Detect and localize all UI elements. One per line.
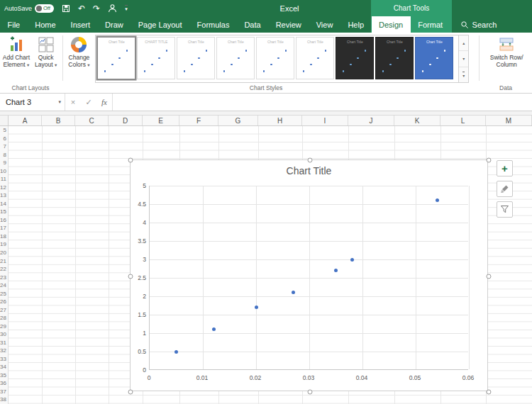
y-axis-label[interactable]: 0.5 xyxy=(131,348,146,355)
column-header-m[interactable]: M xyxy=(486,116,532,125)
tab-page-layout[interactable]: Page Layout xyxy=(131,16,189,33)
y-axis-label[interactable]: 2 xyxy=(131,293,146,300)
x-axis-label[interactable]: 0.02 xyxy=(243,374,267,381)
chart-selection-handle[interactable] xyxy=(307,158,312,163)
gallery-more-button[interactable]: ▾ xyxy=(459,67,468,82)
column-header-e[interactable]: E xyxy=(143,116,179,125)
row-header-22[interactable]: 22 xyxy=(0,265,8,274)
y-axis-label[interactable]: 3.5 xyxy=(131,237,146,245)
autosave-pill[interactable]: Off xyxy=(35,4,54,13)
row-header-19[interactable]: 19 xyxy=(0,240,8,249)
chart-style-thumbnail[interactable]: Chart Title xyxy=(177,37,215,79)
row-header-31[interactable]: 31 xyxy=(0,338,8,347)
row-header-32[interactable]: 32 xyxy=(0,347,8,355)
y-axis-label[interactable]: 4.5 xyxy=(131,201,146,208)
data-point[interactable] xyxy=(255,305,258,309)
tab-review[interactable]: Review xyxy=(268,16,309,33)
chart-selection-handle[interactable] xyxy=(487,158,492,163)
row-header-37[interactable]: 37 xyxy=(0,388,8,396)
column-header-d[interactable]: D xyxy=(109,116,143,125)
row-header-30[interactable]: 30 xyxy=(0,330,8,339)
row-header-6[interactable]: 6 xyxy=(0,135,8,143)
row-header-35[interactable]: 35 xyxy=(0,371,8,379)
gallery-scroll-up-button[interactable]: ▴ xyxy=(459,35,468,51)
row-header-18[interactable]: 18 xyxy=(0,232,8,241)
tab-draw[interactable]: Draw xyxy=(98,16,131,33)
row-header-11[interactable]: 11 xyxy=(0,175,8,184)
tab-insert[interactable]: Insert xyxy=(63,16,98,33)
enter-entry-button[interactable]: ✓ xyxy=(81,94,96,111)
row-header-26[interactable]: 26 xyxy=(0,298,8,306)
x-axis-label[interactable]: 0.03 xyxy=(297,374,321,381)
data-point[interactable] xyxy=(212,327,216,331)
chart-style-thumbnail[interactable]: Chart Title xyxy=(97,37,135,79)
save-button[interactable] xyxy=(62,4,70,13)
data-point[interactable] xyxy=(334,269,338,272)
column-header-h[interactable]: H xyxy=(258,116,302,125)
name-box-dropdown-icon[interactable]: ▾ xyxy=(58,99,61,105)
row-header-15[interactable]: 15 xyxy=(0,208,8,216)
row-header-20[interactable]: 20 xyxy=(0,249,8,257)
row-header-29[interactable]: 29 xyxy=(0,322,8,330)
chart-style-thumbnail[interactable]: Chart Title xyxy=(296,37,334,79)
tab-data[interactable]: Data xyxy=(237,16,268,33)
y-axis-label[interactable]: 1 xyxy=(131,330,146,337)
row-header-7[interactable]: 7 xyxy=(0,142,8,151)
row-header-17[interactable]: 17 xyxy=(0,224,8,232)
chart-filters-button[interactable] xyxy=(497,201,513,218)
x-axis-label[interactable]: 0.05 xyxy=(403,374,427,381)
account-button[interactable] xyxy=(108,4,117,13)
row-header-21[interactable]: 21 xyxy=(0,257,8,265)
cancel-entry-button[interactable]: × xyxy=(65,94,81,111)
column-header-i[interactable]: I xyxy=(302,116,348,125)
row-header-25[interactable]: 25 xyxy=(0,289,8,298)
row-header-12[interactable]: 12 xyxy=(0,184,8,192)
autosave-toggle[interactable]: AutoSave Off xyxy=(4,4,54,13)
chart-selection-handle[interactable] xyxy=(128,390,133,395)
column-header-l[interactable]: L xyxy=(440,116,486,125)
y-axis-label[interactable]: 1.5 xyxy=(131,311,146,318)
row-header-38[interactable]: 38 xyxy=(0,395,8,404)
tab-design[interactable]: Design xyxy=(372,16,411,33)
y-axis-label[interactable]: 3 xyxy=(131,256,146,263)
y-axis-label[interactable]: 5 xyxy=(131,182,146,189)
row-header-28[interactable]: 28 xyxy=(0,314,8,322)
chart-selection-handle[interactable] xyxy=(487,390,492,395)
column-header-a[interactable]: A xyxy=(9,116,42,125)
x-axis-label[interactable]: 0.04 xyxy=(350,374,374,381)
chart-style-thumbnail[interactable]: Chart Title xyxy=(216,37,255,79)
y-axis-label[interactable]: 0 xyxy=(131,366,146,374)
add-chart-element-button[interactable]: Add Chart Element ▾ xyxy=(1,34,31,69)
undo-button[interactable]: ↶ xyxy=(78,4,85,13)
row-header-36[interactable]: 36 xyxy=(0,379,8,388)
search-box[interactable]: Search xyxy=(460,16,497,33)
chart-selection-handle[interactable] xyxy=(128,158,133,163)
chart-selection-handle[interactable] xyxy=(128,274,133,279)
chart-styles-button[interactable] xyxy=(497,181,513,197)
chart-style-thumbnail[interactable]: Chart Title xyxy=(336,37,374,79)
tab-view[interactable]: View xyxy=(309,16,340,33)
row-header-27[interactable]: 27 xyxy=(0,305,8,314)
x-axis-label[interactable]: 0.06 xyxy=(456,374,480,381)
chart-style-thumbnail[interactable]: Chart Title xyxy=(415,37,453,79)
chart-style-thumbnail[interactable]: Chart Title xyxy=(375,37,414,79)
tab-home[interactable]: Home xyxy=(28,16,63,33)
chart-elements-button[interactable]: + xyxy=(497,160,513,176)
chart-style-thumbnail[interactable]: CHART TITLE xyxy=(137,37,175,79)
y-axis-label[interactable]: 4 xyxy=(131,219,146,226)
sheet-grid[interactable]: 5678910111213141516171819202122232425262… xyxy=(0,126,532,404)
formula-input[interactable] xyxy=(112,94,532,111)
row-header-23[interactable]: 23 xyxy=(0,273,8,281)
quick-layout-button[interactable]: Quick Layout ▾ xyxy=(31,34,61,69)
name-box[interactable]: Chart 3 ▾ xyxy=(0,94,65,111)
tab-formulas[interactable]: Formulas xyxy=(189,16,237,33)
column-header-g[interactable]: G xyxy=(218,116,258,125)
x-axis-label[interactable]: 0 xyxy=(137,374,161,381)
row-header-8[interactable]: 8 xyxy=(0,151,8,159)
row-header-9[interactable]: 9 xyxy=(0,159,8,167)
row-header-14[interactable]: 14 xyxy=(0,200,8,208)
chart-plot-area[interactable] xyxy=(149,186,468,370)
row-header-5[interactable]: 5 xyxy=(0,126,8,135)
chart-style-thumbnail[interactable]: Chart Title xyxy=(256,37,294,79)
chart-title[interactable]: Chart Title xyxy=(131,165,487,176)
